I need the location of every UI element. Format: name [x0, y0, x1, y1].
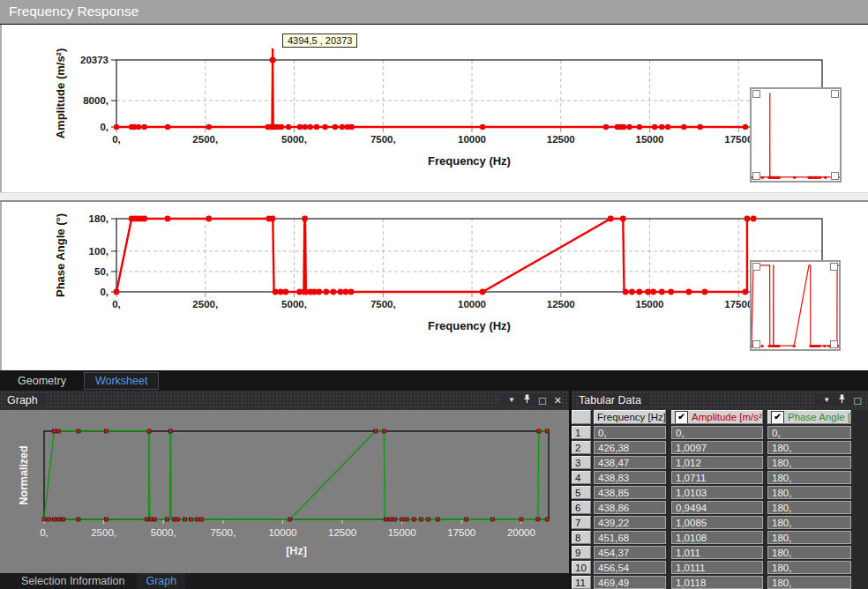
table-cell[interactable]: 438,47 — [594, 456, 666, 469]
table-cell[interactable]: 0, — [594, 426, 666, 439]
table-cell[interactable]: 439,22 — [594, 516, 666, 529]
phase-chart-thumbnail[interactable] — [750, 260, 841, 351]
table-cell[interactable]: 1,0118 — [671, 576, 763, 589]
row-number-cell[interactable]: 11 — [572, 576, 591, 589]
svg-text:Frequency (Hz): Frequency (Hz) — [428, 319, 511, 332]
table-row[interactable]: 10456,541,0111180, — [572, 561, 868, 574]
thumbnail-handle-icon[interactable] — [752, 90, 760, 98]
row-number-cell[interactable]: 3 — [572, 456, 591, 469]
table-row[interactable]: 4438,831,0711180, — [572, 471, 868, 484]
table-row[interactable]: 11469,491,0118180, — [572, 576, 868, 589]
column-header-amplitude[interactable]: ✔Amplitude [m/s²] — [671, 410, 763, 424]
tab-graph[interactable]: Graph — [137, 573, 185, 589]
svg-text:[Hz]: [Hz] — [286, 545, 307, 557]
row-number-cell[interactable]: 4 — [572, 471, 591, 484]
table-cell[interactable]: 438,85 — [594, 486, 666, 499]
table-cell[interactable]: 0,9494 — [671, 501, 763, 514]
table-cell[interactable]: 1,0111 — [671, 561, 763, 574]
pin-icon[interactable] — [523, 394, 531, 406]
table-row[interactable]: 8451,681,0108180, — [572, 531, 868, 544]
thumbnail-handle-icon[interactable] — [831, 172, 839, 180]
graph-panel-body: 0,2500,5000,7500,10000125001500017500200… — [0, 410, 569, 573]
table-cell[interactable]: 438,86 — [594, 501, 666, 514]
amplitude-checkbox[interactable]: ✔ — [675, 411, 688, 424]
column-header-phase-angle[interactable]: ✔Phase Angle [°] — [767, 410, 851, 424]
tab-geometry[interactable]: Geometry — [7, 373, 77, 389]
table-cell[interactable]: 451,68 — [594, 531, 666, 544]
tabular-data-table: Frequency [Hz]✔Amplitude [m/s²]✔Phase An… — [572, 410, 868, 589]
pin-icon[interactable] — [838, 394, 846, 406]
view-tab-bar: Geometry Worksheet — [0, 370, 868, 391]
row-number-cell[interactable]: 9 — [572, 546, 591, 559]
table-cell[interactable]: 180, — [767, 576, 851, 589]
table-cell[interactable]: 180, — [767, 561, 851, 574]
graph-panel-title: Graph — [7, 394, 47, 406]
tab-worksheet[interactable]: Worksheet — [84, 372, 160, 390]
chevron-down-icon[interactable]: ▼ — [823, 397, 830, 404]
amplitude-chart: 0,2500,5000,7500,100001250015000175000,8… — [2, 25, 868, 192]
table-cell[interactable]: 454,37 — [594, 546, 666, 559]
row-number-cell[interactable]: 10 — [572, 561, 591, 574]
column-header-frequency[interactable]: Frequency [Hz] — [594, 410, 666, 424]
row-number-cell[interactable]: 6 — [572, 501, 591, 514]
table-cell[interactable]: 180, — [767, 546, 851, 559]
thumbnail-handle-icon[interactable] — [830, 340, 838, 348]
table-cell[interactable]: 0, — [767, 426, 851, 439]
table-cell[interactable]: 1,0103 — [671, 486, 763, 499]
close-icon[interactable]: ✕ — [554, 396, 562, 406]
table-cell[interactable]: 180, — [767, 501, 851, 514]
svg-text:10000: 10000 — [458, 299, 486, 309]
table-cell[interactable]: 1,012 — [671, 456, 763, 469]
thumbnail-handle-icon[interactable] — [752, 340, 760, 348]
svg-text:12500: 12500 — [328, 527, 356, 538]
table-cell[interactable]: 0, — [671, 426, 763, 439]
table-cell[interactable]: 1,0108 — [671, 531, 763, 544]
svg-text:10000: 10000 — [458, 134, 486, 145]
table-row[interactable]: 6438,860,9494180, — [572, 501, 868, 514]
table-cell[interactable]: 469,49 — [594, 576, 666, 589]
table-row[interactable]: 7439,221,0085180, — [572, 516, 868, 529]
table-row[interactable]: 10,0,0, — [572, 426, 868, 439]
table-cell[interactable]: 456,54 — [594, 561, 666, 574]
row-number-cell[interactable]: 2 — [572, 441, 591, 454]
table-cell[interactable]: 180, — [767, 516, 851, 529]
row-number-cell[interactable]: 5 — [572, 486, 591, 499]
thumbnail-handle-icon[interactable] — [752, 263, 760, 271]
svg-text:17500: 17500 — [447, 527, 475, 538]
table-cell[interactable]: 426,38 — [594, 441, 666, 454]
tabular-data-panel: Tabular Data ▼□ Frequency [Hz]✔Amplitude… — [572, 391, 868, 589]
phase-angle-checkbox[interactable]: ✔ — [771, 411, 784, 424]
chevron-down-icon[interactable]: ▼ — [508, 397, 515, 404]
amplitude-chart-thumbnail[interactable] — [750, 87, 842, 183]
maximize-icon[interactable]: □ — [854, 395, 861, 406]
thumbnail-handle-icon[interactable] — [831, 90, 839, 98]
table-cell[interactable]: 1,0711 — [671, 471, 763, 484]
tabular-data-title: Tabular Data — [579, 394, 650, 406]
table-cell[interactable]: 1,0097 — [671, 441, 763, 454]
maximize-icon[interactable]: □ — [539, 395, 546, 406]
table-cell[interactable]: 1,011 — [671, 546, 763, 559]
panel-divider[interactable] — [0, 192, 868, 202]
row-number-cell[interactable]: 1 — [572, 426, 591, 439]
table-cell[interactable]: 180, — [767, 471, 851, 484]
table-row[interactable]: 2426,381,0097180, — [572, 441, 868, 454]
thumbnail-handle-icon[interactable] — [830, 263, 838, 271]
tab-selection-information[interactable]: Selection Information — [12, 573, 133, 589]
page-title: Frequency Response — [0, 0, 868, 24]
table-cell[interactable]: 180, — [767, 486, 851, 499]
table-cell[interactable]: 1,0085 — [671, 516, 763, 529]
table-cell[interactable]: 438,83 — [594, 471, 666, 484]
table-row[interactable]: 9454,371,011180, — [572, 546, 868, 559]
table-row[interactable]: 3438,471,012180, — [572, 456, 868, 469]
row-number-cell[interactable]: 7 — [572, 516, 591, 529]
svg-text:Amplitude (m/s²): Amplitude (m/s²) — [54, 48, 67, 139]
row-number-cell[interactable]: 8 — [572, 531, 591, 544]
svg-text:5000,: 5000, — [281, 299, 307, 309]
svg-text:17500: 17500 — [724, 299, 752, 309]
table-row[interactable]: 5438,851,0103180, — [572, 486, 868, 499]
svg-text:0,: 0, — [40, 527, 49, 538]
thumbnail-handle-icon[interactable] — [752, 172, 760, 180]
table-cell[interactable]: 180, — [767, 456, 851, 469]
table-cell[interactable]: 180, — [767, 531, 851, 544]
table-cell[interactable]: 180, — [767, 441, 851, 454]
